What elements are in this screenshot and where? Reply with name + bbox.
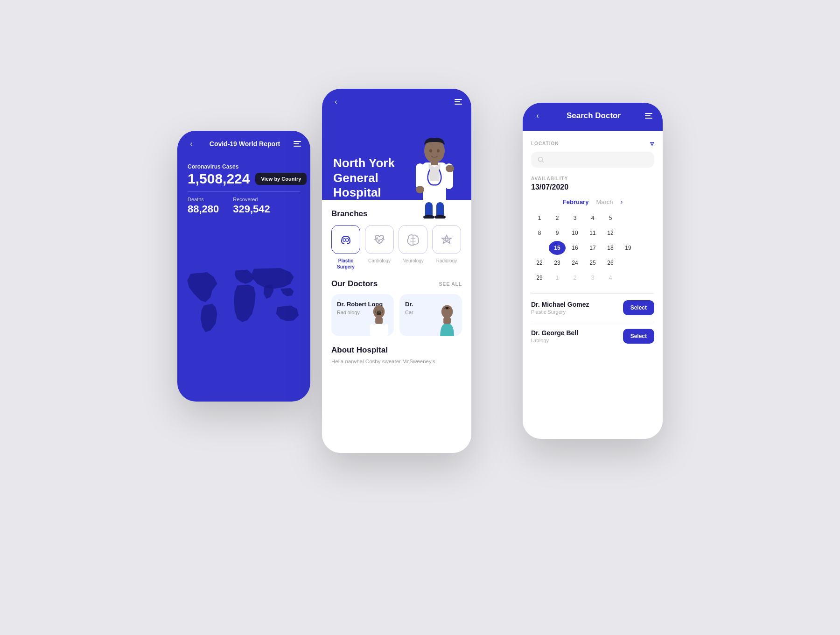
radiology-icon-box xyxy=(432,225,461,254)
cardiology-icon-box xyxy=(365,225,394,254)
svg-rect-20 xyxy=(375,318,383,324)
cal-day[interactable]: 23 xyxy=(549,256,566,270)
filter-icon[interactable]: ▿ xyxy=(650,139,654,148)
cal-day xyxy=(637,256,654,270)
cal-day[interactable]: 29 xyxy=(531,271,548,285)
heart-icon xyxy=(371,232,387,247)
recovered-label: Recovered xyxy=(233,197,270,202)
svg-rect-21 xyxy=(370,324,374,336)
search-menu-icon[interactable] xyxy=(645,113,652,119)
plastic-surgery-label: PlasticSurgery xyxy=(337,258,355,270)
cal-day[interactable]: 16 xyxy=(567,241,583,255)
cal-day[interactable]: 12 xyxy=(602,226,619,240)
covid-phone: ‹ Covid-19 World Report Coronavirus Case… xyxy=(177,131,310,402)
branch-cardiology[interactable]: Cardiology xyxy=(365,225,394,270)
svg-rect-27 xyxy=(443,318,451,324)
svg-point-17 xyxy=(346,239,349,241)
brain-icon xyxy=(405,232,421,247)
doctors-section-title: Our Doctors xyxy=(331,279,378,289)
doctor-card-2[interactable]: Dr. Car xyxy=(399,294,462,336)
cardiology-label: Cardiology xyxy=(368,258,391,264)
cal-day[interactable]: 22 xyxy=(531,256,548,270)
hospital-menu-icon[interactable] xyxy=(455,99,462,105)
cal-day[interactable]: 1 xyxy=(531,211,548,225)
about-text: Hella narwhal Cosby sweater McSweeney's, xyxy=(331,358,462,366)
select-button-2[interactable]: Select xyxy=(623,329,654,344)
svg-point-7 xyxy=(446,165,454,172)
cal-day[interactable]: 18 xyxy=(602,241,619,255)
branch-radiology[interactable]: Radiology xyxy=(432,225,461,270)
cal-day[interactable]: 8 xyxy=(531,226,548,240)
neurology-label: Neurology xyxy=(402,258,424,264)
hospital-name: North York General Hospital xyxy=(333,156,409,200)
result1-name: Dr. Michael Gomez xyxy=(531,301,589,308)
plastic-surgery-icon-box xyxy=(331,225,360,254)
doctor-illustration xyxy=(409,125,460,200)
cal-day[interactable]: 26 xyxy=(602,256,619,270)
result2-name: Dr. George Bell xyxy=(531,329,578,337)
svg-point-11 xyxy=(423,215,434,219)
svg-point-8 xyxy=(416,186,424,193)
branch-neurology[interactable]: Neurology xyxy=(399,225,427,270)
svg-point-16 xyxy=(343,239,346,241)
cal-day[interactable]: 5 xyxy=(602,211,619,225)
hospital-back-icon[interactable]: ‹ xyxy=(331,97,341,106)
cal-day[interactable]: 24 xyxy=(567,256,583,270)
doctors-header: Our Doctors SEE ALL xyxy=(331,279,462,289)
see-all-link[interactable]: SEE ALL xyxy=(439,281,462,287)
world-map xyxy=(177,232,310,372)
cal-day[interactable]: 10 xyxy=(567,226,583,240)
cal-day xyxy=(637,271,654,285)
cal-day: 1 xyxy=(549,271,566,285)
menu-icon[interactable] xyxy=(294,141,301,147)
doctor-result-2: Dr. George Bell Urology Select xyxy=(531,329,654,350)
cal-day: 2 xyxy=(567,271,583,285)
svg-point-14 xyxy=(437,149,440,153)
cal-day[interactable]: 19 xyxy=(620,241,637,255)
branch-plastic-surgery[interactable]: PlasticSurgery xyxy=(331,225,360,270)
svg-point-18 xyxy=(445,238,448,241)
cal-day xyxy=(620,271,637,285)
chest-icon xyxy=(338,232,354,247)
doctor1-spec: Radiology xyxy=(337,310,360,315)
cal-day[interactable]: 9 xyxy=(549,226,566,240)
phones-container: ‹ Covid-19 World Report Coronavirus Case… xyxy=(140,61,700,574)
hospital-hero: North York General Hospital xyxy=(322,106,471,200)
doctor-result-1: Dr. Michael Gomez Plastic Surgery Select xyxy=(531,300,654,322)
select-button-1[interactable]: Select xyxy=(623,300,654,315)
view-country-button[interactable]: View by Country xyxy=(255,173,307,185)
svg-point-26 xyxy=(441,305,453,318)
doctors-row: Dr. Robert Long Radiology xyxy=(331,294,462,336)
svg-point-12 xyxy=(434,215,446,219)
doctor-card-1[interactable]: Dr. Robert Long Radiology xyxy=(331,294,394,336)
calendar-month-next[interactable]: March xyxy=(596,198,613,205)
cal-day[interactable]: 2 xyxy=(549,211,566,225)
calendar-divider xyxy=(531,293,654,294)
cal-day[interactable]: 3 xyxy=(567,211,583,225)
cal-day[interactable]: 17 xyxy=(584,241,601,255)
search-phone: ‹ Search Doctor LOCATION ▿ xyxy=(523,103,663,439)
calendar-month-active[interactable]: February xyxy=(563,198,589,205)
doctor2-avatar xyxy=(434,303,460,336)
cal-day: 4 xyxy=(602,271,619,285)
cal-day[interactable]: 11 xyxy=(584,226,601,240)
cal-day xyxy=(637,241,654,255)
covid-title: Covid-19 World Report xyxy=(210,140,280,148)
search-input-box[interactable] xyxy=(531,152,654,168)
svg-point-13 xyxy=(429,149,432,153)
calendar-next-icon[interactable]: › xyxy=(621,198,623,205)
cal-day-selected[interactable]: 15 xyxy=(549,241,566,255)
cal-day[interactable]: 4 xyxy=(584,211,601,225)
hospital-header: ‹ xyxy=(322,89,471,106)
search-back-icon[interactable]: ‹ xyxy=(533,111,542,120)
cases-label: Coronavirus Cases xyxy=(188,163,300,170)
cal-day[interactable]: 25 xyxy=(584,256,601,270)
hospital-phone: ‹ North York General Hospital xyxy=(322,89,471,453)
doctor2-name: Dr. xyxy=(405,301,413,308)
covid-header: ‹ Covid-19 World Report xyxy=(177,131,310,154)
map-svg xyxy=(177,232,310,372)
location-label: LOCATION ▿ xyxy=(531,139,654,148)
calendar-grid: 1 2 3 4 5 8 9 10 11 12 xyxy=(531,211,654,285)
back-icon[interactable]: ‹ xyxy=(187,139,196,148)
cal-day xyxy=(620,256,637,270)
